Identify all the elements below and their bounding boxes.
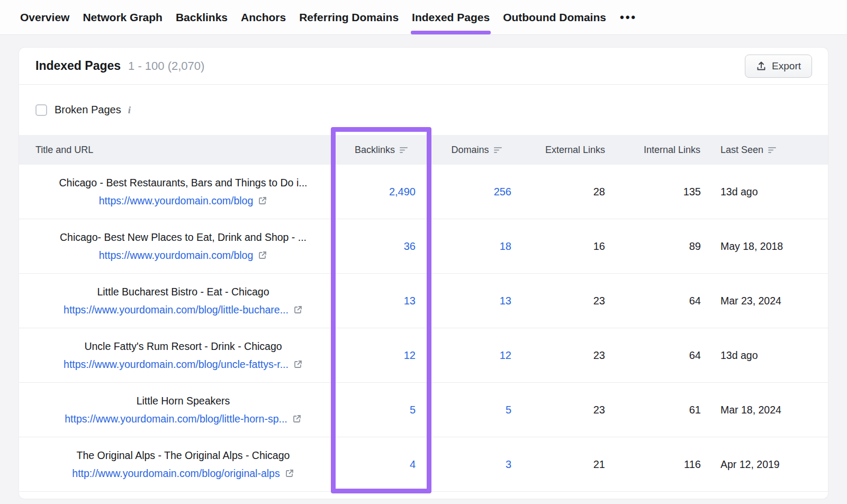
external-link-icon[interactable] <box>293 305 303 314</box>
external-links-value: 23 <box>521 274 616 328</box>
backlinks-value[interactable]: 12 <box>331 328 431 382</box>
table-row: Little Horn Speakers https://www.yourdom… <box>19 383 828 437</box>
last-seen-value: May 18, 2018 <box>711 219 828 273</box>
indexed-pages-panel: Indexed Pages 1 - 100 (2,070) Export Bro… <box>19 48 828 499</box>
page-title-text: Chicago- Best New Places to Eat, Drink a… <box>60 231 307 244</box>
info-icon[interactable]: i <box>128 104 131 116</box>
external-links-value: 23 <box>521 328 616 382</box>
external-links-value: 21 <box>521 437 616 491</box>
internal-links-value: 89 <box>616 219 711 273</box>
page-title: Indexed Pages <box>35 59 121 73</box>
domains-value[interactable]: 3 <box>431 437 521 491</box>
page-url-text: https://www.yourdomain.com/blog <box>99 195 254 207</box>
title-url-cell: Chicago- Best New Places to Eat, Drink a… <box>19 219 331 273</box>
page-title-text: Little Horn Speakers <box>137 395 230 407</box>
internal-links-value: 61 <box>616 383 711 437</box>
page-url-link[interactable]: https://www.yourdomain.com/blog/little-h… <box>65 413 302 425</box>
broken-pages-checkbox[interactable] <box>35 104 47 116</box>
tab-indexed-pages[interactable]: Indexed Pages <box>412 0 490 34</box>
domains-value[interactable]: 18 <box>431 219 521 273</box>
col-header-domains[interactable]: Domains <box>431 135 521 165</box>
title-url-cell: The Original Alps - The Original Alps - … <box>19 437 331 491</box>
sort-icon <box>494 147 502 154</box>
sort-icon <box>400 147 408 154</box>
title-url-cell: Uncle Fatty's Rum Resort - Drink - Chica… <box>19 328 331 382</box>
external-links-value: 16 <box>521 219 616 273</box>
col-header-last-seen-label: Last Seen <box>720 145 763 156</box>
nav-tabs: Overview Network Graph Backlinks Anchors… <box>20 0 606 34</box>
domains-value[interactable]: 256 <box>431 165 521 219</box>
page-url-link[interactable]: http://www.yourdomain.com/blog/original-… <box>72 467 294 480</box>
page-url-text: http://www.yourdomain.com/blog/original-… <box>72 467 280 480</box>
page-title-text: Little Bucharest Bistro - Eat - Chicago <box>97 286 269 298</box>
col-header-internal-links: Internal Links <box>616 135 711 165</box>
col-header-title-url: Title and URL <box>19 135 331 165</box>
tab-network-graph[interactable]: Network Graph <box>83 0 163 34</box>
title-url-cell: Little Bucharest Bistro - Eat - Chicago … <box>19 274 331 328</box>
domains-value[interactable]: 12 <box>431 328 521 382</box>
page-title-text: The Original Alps - The Original Alps - … <box>77 449 290 462</box>
external-link-icon[interactable] <box>292 414 302 424</box>
backlinks-value[interactable]: 5 <box>331 383 431 437</box>
tab-outbound-domains[interactable]: Outbound Domains <box>503 0 606 34</box>
external-link-icon[interactable] <box>258 196 267 205</box>
col-header-backlinks-label: Backlinks <box>355 145 395 156</box>
broken-pages-label: Broken Pages <box>55 104 121 116</box>
page-url-text: https://www.yourdomain.com/blog <box>99 249 254 262</box>
internal-links-value: 116 <box>616 437 711 491</box>
backlinks-value[interactable]: 13 <box>331 274 431 328</box>
page-url-text: https://www.yourdomain.com/blog/uncle-fa… <box>64 358 289 371</box>
backlinks-value[interactable]: 4 <box>331 437 431 491</box>
tab-referring-domains[interactable]: Referring Domains <box>299 0 399 34</box>
top-nav: Overview Network Graph Backlinks Anchors… <box>0 0 847 35</box>
last-seen-value: Mar 23, 2024 <box>711 274 828 328</box>
page-url-link[interactable]: https://www.yourdomain.com/blog <box>99 249 268 262</box>
internal-links-value: 64 <box>616 328 711 382</box>
last-seen-value: Mar 18, 2024 <box>711 383 828 437</box>
table-row: Uncle Fatty's Rum Resort - Drink - Chica… <box>19 328 828 383</box>
internal-links-value: 64 <box>616 274 711 328</box>
export-icon <box>756 61 767 71</box>
external-link-icon[interactable] <box>285 469 294 478</box>
col-header-last-seen[interactable]: Last Seen <box>711 135 828 165</box>
last-seen-value: Apr 12, 2019 <box>711 437 828 491</box>
filter-row: Broken Pages i <box>19 85 828 135</box>
result-range: 1 - 100 (2,070) <box>128 59 204 73</box>
table-header: Title and URL Backlinks Domains External… <box>19 135 828 165</box>
tab-backlinks[interactable]: Backlinks <box>176 0 228 34</box>
last-seen-value: 13d ago <box>711 328 828 382</box>
more-tabs-button[interactable]: ••• <box>620 0 637 34</box>
domains-value[interactable]: 13 <box>431 274 521 328</box>
page-url-text: https://www.yourdomain.com/blog/little-h… <box>65 413 287 425</box>
backlinks-value[interactable]: 2,490 <box>331 165 431 219</box>
title-url-cell: Chicago - Best Restaurants, Bars and Thi… <box>19 165 331 219</box>
page-title-text: Uncle Fatty's Rum Resort - Drink - Chica… <box>84 340 282 353</box>
page-title-text: Chicago - Best Restaurants, Bars and Thi… <box>59 177 308 189</box>
title-url-cell: Little Horn Speakers https://www.yourdom… <box>19 383 331 437</box>
page-url-link[interactable]: https://www.yourdomain.com/blog/little-b… <box>64 304 303 316</box>
col-header-external-links: External Links <box>521 135 616 165</box>
table-row: Little Bucharest Bistro - Eat - Chicago … <box>19 274 828 328</box>
external-link-icon[interactable] <box>293 359 303 369</box>
col-header-external-links-label: External Links <box>545 145 605 156</box>
export-button[interactable]: Export <box>745 55 812 78</box>
col-header-internal-links-label: Internal Links <box>644 145 700 156</box>
domains-value[interactable]: 5 <box>431 383 521 437</box>
export-label: Export <box>772 60 801 72</box>
last-seen-value: 13d ago <box>711 165 828 219</box>
internal-links-value: 135 <box>616 165 711 219</box>
backlinks-value[interactable]: 36 <box>331 219 431 273</box>
page-url-link[interactable]: https://www.yourdomain.com/blog/uncle-fa… <box>64 358 303 371</box>
tab-anchors[interactable]: Anchors <box>241 0 286 34</box>
col-header-backlinks[interactable]: Backlinks <box>331 135 431 165</box>
col-header-domains-label: Domains <box>451 145 489 156</box>
table-row: Chicago - Best Restaurants, Bars and Thi… <box>19 165 828 219</box>
tab-overview[interactable]: Overview <box>20 0 69 34</box>
panel-header: Indexed Pages 1 - 100 (2,070) Export <box>19 48 828 85</box>
external-links-value: 28 <box>521 165 616 219</box>
table-row: Chicago- Best New Places to Eat, Drink a… <box>19 219 828 274</box>
table-row: The Original Alps - The Original Alps - … <box>19 437 828 492</box>
external-link-icon[interactable] <box>258 250 267 260</box>
page-url-link[interactable]: https://www.yourdomain.com/blog <box>99 195 268 207</box>
col-header-title-url-label: Title and URL <box>35 145 93 156</box>
